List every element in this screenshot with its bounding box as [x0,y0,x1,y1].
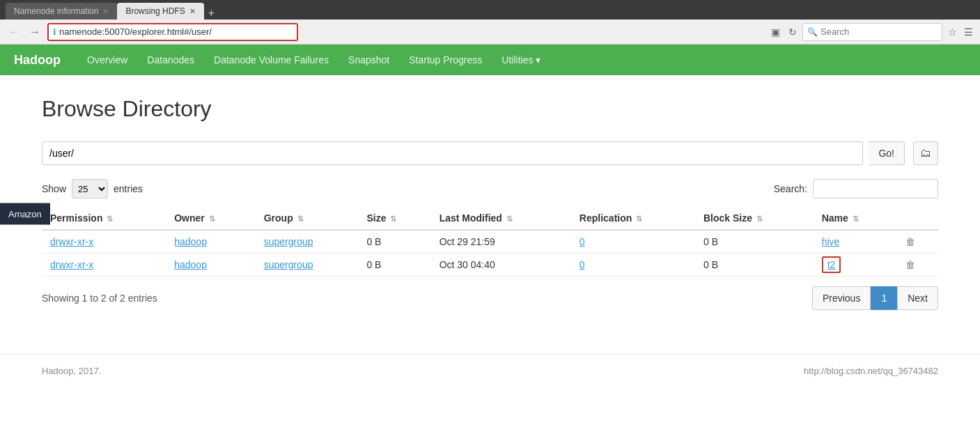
col-permission[interactable]: Permission ⇅ [42,207,166,230]
showing-text: Showing 1 to 2 of 2 entries [42,293,157,304]
table-footer: Showing 1 to 2 of 2 entries Previous 1 N… [42,286,938,310]
col-group[interactable]: Group ⇅ [256,207,359,230]
path-input[interactable] [42,141,863,165]
table-header: Permission ⇅ Owner ⇅ Group ⇅ Size ⇅ Last… [42,207,938,230]
col-last-modified[interactable]: Last Modified ⇅ [431,207,571,230]
sort-icon: ⇅ [853,215,859,223]
col-block-size[interactable]: Block Size ⇅ [695,207,814,230]
navbar: Hadoop Overview Datanodes Datanode Volum… [0,45,980,75]
cell-size: 0 B [358,230,430,254]
table-search-input[interactable] [813,179,938,199]
previous-button[interactable]: Previous [812,286,871,310]
navbar-brand: Hadoop [14,53,61,68]
tab-label: Browsing HDFS [125,6,185,16]
entries-label: entries [114,183,143,194]
cell-replication[interactable]: 0 [571,254,695,277]
cell-group[interactable]: supergroup [256,254,359,277]
cell-block-size: 0 B [695,254,814,277]
search-icon: 🔍 [807,27,818,37]
new-tab-button[interactable]: + [204,7,219,20]
info-icon: ℹ [53,27,56,37]
col-owner[interactable]: Owner ⇅ [166,207,255,230]
table-row: drwxr-xr-x hadoop supergroup 0 B Oct 30 … [42,254,938,277]
sort-icon: ⇅ [636,215,642,223]
go-button[interactable]: Go! [869,141,905,165]
footer-right: http://blog.csdn.net/qq_36743482 [804,366,938,376]
refresh-button[interactable]: ↻ [787,25,798,39]
main-content: Browse Directory Go! 🗂 Show 10 25 50 100… [0,75,980,354]
pagination: Previous 1 Next [812,286,938,310]
nav-datanode-volume-failures[interactable]: Datanode Volume Failures [204,45,339,75]
footer-left: Hadoop, 2017. [42,366,101,376]
table-body: drwxr-xr-x hadoop supergroup 0 B Oct 29 … [42,230,938,277]
sort-icon: ⇅ [756,215,763,223]
cell-replication[interactable]: 0 [571,230,695,254]
sort-icon: ⇅ [107,215,113,223]
cell-permission[interactable]: drwxr-xr-x [42,230,166,254]
col-name[interactable]: Name ⇅ [814,207,897,230]
browser-titlebar: Namenode information ✕ Browsing HDFS ✕ + [0,0,980,20]
folder-icon: 🗂 [920,147,931,160]
nav-snapshot[interactable]: Snapshot [339,45,399,75]
close-icon[interactable]: ✕ [189,7,196,16]
browser-icons: ▣ ↻ [770,25,798,39]
nav-startup-progress[interactable]: Startup Progress [399,45,492,75]
table-search-row: Search: [774,179,938,199]
next-button[interactable]: Next [897,286,938,310]
menu-button[interactable]: ☰ [963,25,974,39]
table-controls: Show 10 25 50 100 entries Search: [42,179,938,199]
show-label: Show [42,183,66,194]
cell-delete[interactable]: 🗑 [897,230,938,254]
browser-tabs: Namenode information ✕ Browsing HDFS ✕ + [6,0,219,20]
cell-size: 0 B [358,254,430,277]
page-title: Browse Directory [42,96,938,122]
table-row: drwxr-xr-x hadoop supergroup 0 B Oct 29 … [42,230,938,254]
address-box: ℹ [47,23,298,41]
sort-icon: ⇅ [506,215,513,223]
entries-select[interactable]: 10 25 50 100 [72,179,108,199]
reader-view-button[interactable]: ▣ [770,25,781,39]
nav-datanodes[interactable]: Datanodes [137,45,204,75]
search-label: Search: [774,183,807,194]
folder-button[interactable]: 🗂 [913,141,938,165]
cell-permission[interactable]: drwxr-xr-x [42,254,166,277]
page-1-button[interactable]: 1 [871,286,897,310]
col-actions [897,207,938,230]
address-input[interactable] [59,26,293,37]
cell-last-modified: Oct 30 04:40 [431,254,571,277]
sort-icon: ⇅ [209,215,215,223]
col-size[interactable]: Size ⇅ [358,207,430,230]
path-row: Go! 🗂 [42,141,938,165]
browser-addressbar: ← → ℹ ▣ ↻ 🔍 ☆ ☰ [0,20,980,45]
col-replication[interactable]: Replication ⇅ [571,207,695,230]
tab-label: Namenode information [14,6,98,16]
cell-block-size: 0 B [695,230,814,254]
chevron-down-icon: ▾ [536,54,540,65]
tab-browsing-hdfs[interactable]: Browsing HDFS ✕ [117,3,203,20]
tab-namenode-information[interactable]: Namenode information ✕ [6,3,117,20]
cell-last-modified: Oct 29 21:59 [431,230,571,254]
back-button[interactable]: ← [6,24,22,40]
sort-icon: ⇅ [297,215,304,223]
directory-table: Permission ⇅ Owner ⇅ Group ⇅ Size ⇅ Last… [42,207,938,277]
bookmark-button[interactable]: ☆ [947,25,958,39]
nav-utilities[interactable]: Utilities ▾ [492,45,550,75]
cell-name-highlighted[interactable]: t2 [814,254,897,277]
cell-owner[interactable]: hadoop [166,230,255,254]
utilities-label: Utilities [501,54,533,65]
cell-name[interactable]: hive [814,230,897,254]
delete-button[interactable]: 🗑 [905,259,915,270]
forward-button[interactable]: → [26,24,43,40]
close-icon[interactable]: ✕ [102,7,109,16]
cell-group[interactable]: supergroup [256,230,359,254]
browser-search-input[interactable] [820,26,938,37]
show-entries: Show 10 25 50 100 entries [42,179,143,199]
cell-owner[interactable]: hadoop [166,254,255,277]
browser-search-box: 🔍 [802,23,942,41]
sort-icon: ⇅ [390,215,396,223]
nav-overview[interactable]: Overview [77,45,137,75]
delete-button[interactable]: 🗑 [905,236,915,247]
page-footer: Hadoop, 2017. http://blog.csdn.net/qq_36… [0,354,980,387]
amazon-badge[interactable]: Amazon [0,203,50,224]
cell-delete[interactable]: 🗑 [897,254,938,277]
